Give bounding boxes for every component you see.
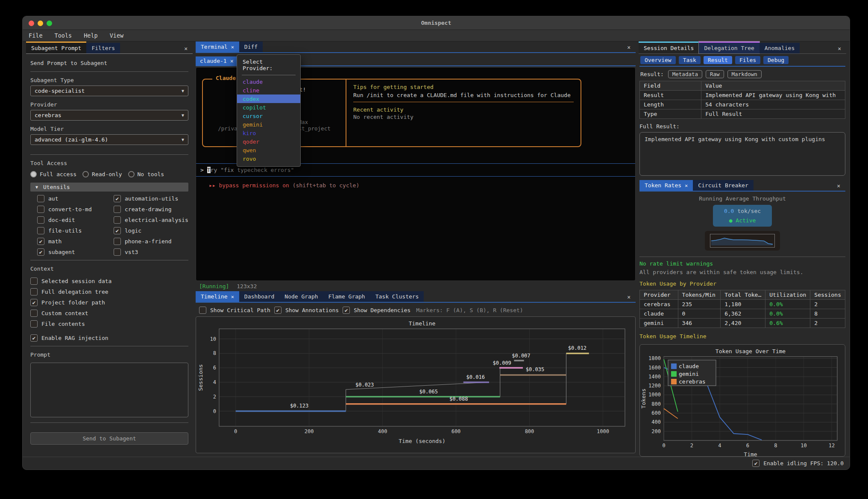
select-subagent-type[interactable]: code-specialist▼ (30, 86, 188, 96)
checkbox-show-annotations[interactable]: ✔Show Annotations (274, 307, 339, 314)
tab-timeline[interactable]: Timeline✕ (196, 291, 239, 302)
table-row[interactable]: ResultImplemented API gateway using Kong… (640, 91, 845, 100)
close-icon[interactable]: ✕ (627, 44, 636, 52)
tab-flame-graph[interactable]: Flame Graph (323, 291, 370, 302)
tab-token-rates[interactable]: Token Rates✕ (639, 180, 693, 191)
provider-option-qoder[interactable]: qoder (237, 137, 300, 146)
column-header-value: Value (701, 81, 845, 91)
send-to-subagent-button[interactable]: Send to Subagent (30, 432, 188, 445)
checkbox-selected-session-data[interactable]: ✔Selected session data (30, 278, 188, 285)
checkbox-automation-utils[interactable]: ✔automation-utils (114, 195, 188, 202)
window-title: Omnispect (23, 16, 850, 30)
tab-anomalies[interactable]: Anomalies (760, 43, 800, 53)
subtab-debug[interactable]: Debug (763, 56, 789, 64)
radio-read-only[interactable]: Read-only (82, 171, 122, 177)
session-tab-claude-1[interactable]: claude-1✕ (196, 56, 238, 65)
checkbox-electrical-analysis[interactable]: ✔electrical-analysis (114, 216, 188, 224)
provider-option-claude[interactable]: claude (237, 77, 300, 86)
subtab-result[interactable]: Result (704, 56, 732, 64)
left-tabstrip: Subagent PromptFilters✕ (26, 41, 193, 54)
subtab-files[interactable]: Files (735, 56, 760, 64)
tab-node-graph[interactable]: Node Graph (279, 291, 323, 302)
provider-option-codex[interactable]: codex (237, 94, 300, 103)
close-icon[interactable]: ✕ (838, 45, 846, 53)
close-icon[interactable]: ✕ (837, 183, 845, 191)
checkbox-convert-to-md[interactable]: ✔convert-to-md (37, 206, 112, 213)
close-icon[interactable]: ✕ (627, 294, 636, 302)
checkbox-phone-a-friend[interactable]: ✔phone-a-friend (114, 238, 188, 245)
titlebar[interactable]: Omnispect (23, 16, 850, 30)
close-icon[interactable]: ✕ (231, 44, 234, 50)
close-icon[interactable]: ✕ (184, 45, 193, 53)
checkbox-project-folder-path[interactable]: ✔Project folder path (30, 299, 188, 306)
checkbox-file-utils[interactable]: ✔file-utils (37, 227, 112, 234)
utensils-header[interactable]: ▼ Utensils (30, 183, 188, 192)
tab-diff[interactable]: Diff (239, 41, 263, 52)
form-fields: Subagent Typecode-specialist▼Providercer… (30, 76, 188, 150)
tips-line: Run /init to create a CLAUDE.md file wit… (353, 92, 574, 102)
divider (30, 71, 188, 72)
prompt-textarea[interactable] (30, 363, 188, 417)
tab-terminal[interactable]: Terminal✕ (196, 41, 239, 52)
checkbox-subagent[interactable]: ✔subagent (37, 248, 112, 256)
table-cell: 54 characters (701, 100, 845, 109)
menu-item-file[interactable]: File (29, 32, 43, 39)
radio-full-access[interactable]: Full access (30, 171, 76, 177)
provider-option-copilot[interactable]: copilot (237, 103, 300, 112)
checkbox-label: file-utils (48, 227, 82, 234)
tab-circuit-breaker[interactable]: Circuit Breaker (693, 180, 753, 191)
table-cell: 2,420 (721, 319, 765, 328)
table-row[interactable]: cerebras2351,1800.0%2 (640, 300, 845, 309)
tab-subagent-prompt[interactable]: Subagent Prompt (26, 41, 86, 53)
checkbox-box: ✔ (37, 195, 44, 202)
bypass-permissions-line: ▸▸ bypass permissions on (shift+tab to c… (209, 182, 359, 189)
provider-option-rovo[interactable]: rovo (237, 154, 300, 163)
zoom-window-button[interactable] (47, 21, 52, 26)
provider-option-qwen[interactable]: qwen (237, 146, 300, 154)
checkbox-math[interactable]: ✔math (37, 238, 112, 245)
checkbox-create-drawing[interactable]: ✔create-drawing (114, 206, 188, 213)
subtab-task[interactable]: Task (679, 56, 701, 64)
checkbox-show-critical-path[interactable]: ✔Show Critical Path (199, 307, 270, 314)
tab-task-clusters[interactable]: Task Clusters (370, 291, 424, 302)
radio-no-tools[interactable]: No tools (128, 171, 164, 177)
table-row[interactable]: Length54 characters (640, 100, 845, 109)
tab-filters[interactable]: Filters (86, 43, 120, 53)
provider-option-kiro[interactable]: kiro (237, 129, 300, 137)
checkbox-enable-rag-injection[interactable]: ✔Enable RAG injection (30, 334, 188, 342)
menu-item-view[interactable]: View (110, 32, 124, 39)
table-row[interactable]: claude06,3620.0%8 (640, 309, 845, 319)
checkbox-logic[interactable]: ✔logic (114, 227, 188, 234)
close-icon[interactable]: ✕ (231, 294, 234, 300)
checkbox-vst3[interactable]: ✔vst3 (114, 248, 188, 256)
provider-option-cline[interactable]: cline (237, 86, 300, 94)
fps-checkbox[interactable]: ✔ (752, 460, 760, 467)
button-metadata[interactable]: Metadata (668, 70, 702, 78)
table-cell: claude (640, 309, 678, 319)
subtab-overview[interactable]: Overview (640, 56, 676, 64)
tab-session-details[interactable]: Session Details (639, 41, 699, 53)
close-icon[interactable]: ✕ (685, 183, 688, 189)
checkbox-file-contents[interactable]: ✔File contents (30, 320, 188, 328)
close-window-button[interactable] (29, 21, 34, 26)
close-icon[interactable]: ✕ (230, 58, 234, 64)
select-provider[interactable]: cerebras▼ (30, 110, 188, 121)
checkbox-custom-context[interactable]: ✔Custom context (30, 310, 188, 317)
button-raw[interactable]: Raw (706, 70, 724, 78)
table-row[interactable]: TypeFull Result (640, 109, 845, 119)
tab-dashboard[interactable]: Dashboard (239, 291, 279, 302)
checkbox-full-delegation-tree[interactable]: ✔Full delegation tree (30, 288, 188, 295)
provider-option-gemini[interactable]: gemini (237, 120, 300, 129)
table-row[interactable]: gemini3462,4200.6%2 (640, 319, 845, 328)
tab-delegation-tree[interactable]: Delegation Tree (699, 41, 759, 53)
provider-option-cursor[interactable]: cursor (237, 112, 300, 120)
menu-item-help[interactable]: Help (84, 32, 98, 39)
checkbox-aut[interactable]: ✔aut (37, 195, 112, 202)
checkbox-show-dependencies[interactable]: ✔Show Dependencies (343, 307, 411, 314)
full-result-text[interactable]: Implemented API gateway using Kong with … (639, 132, 845, 176)
select-model-tier[interactable]: advanced (zai-glm-4.6)▼ (30, 134, 188, 145)
checkbox-doc-edit[interactable]: ✔doc-edit (37, 216, 112, 224)
minimize-window-button[interactable] (38, 21, 43, 26)
button-markdown[interactable]: Markdown (727, 70, 762, 78)
menu-item-tools[interactable]: Tools (55, 32, 72, 39)
